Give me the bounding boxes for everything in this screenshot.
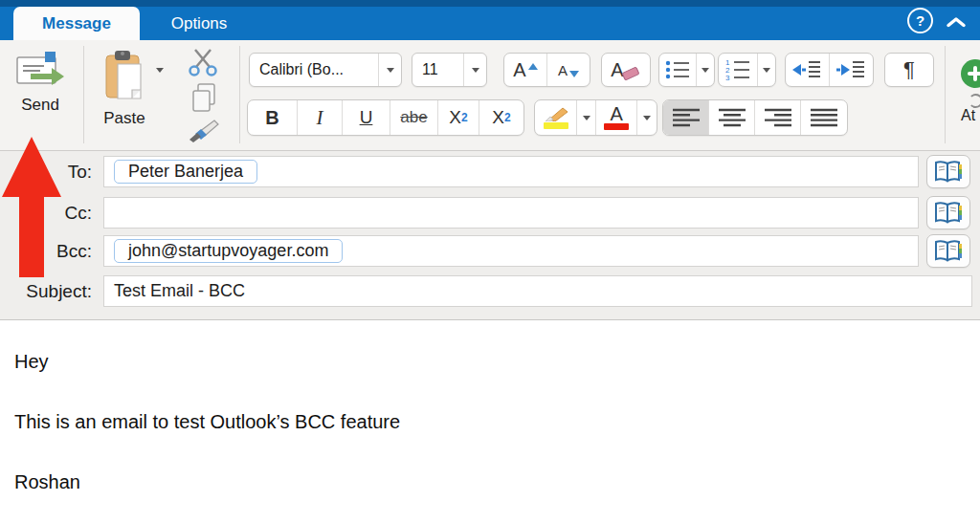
- align-center-icon: [719, 108, 746, 127]
- increase-indent-button[interactable]: [830, 54, 874, 86]
- cc-input[interactable]: [103, 197, 919, 229]
- font-name-select[interactable]: Calibri (Bo...: [249, 53, 402, 87]
- subject-input[interactable]: Test Email - BCC: [103, 275, 972, 307]
- bcc-input[interactable]: john@startupvoyager.com: [103, 235, 919, 267]
- message-body-editor[interactable]: Hey This is an email to test Outlook’s B…: [0, 321, 980, 523]
- numbering-dropdown[interactable]: [758, 54, 775, 86]
- ribbon-tab-bar: Message Options ?: [0, 0, 980, 40]
- send-button-label: Send: [10, 96, 71, 115]
- align-right-icon: [765, 108, 791, 127]
- align-right-button[interactable]: [755, 100, 801, 135]
- highlight-dropdown[interactable]: [577, 100, 596, 135]
- font-color-button[interactable]: A: [596, 100, 637, 135]
- superscript-button[interactable]: X2: [479, 100, 523, 135]
- paste-button-label: Paste: [96, 109, 153, 128]
- body-line: Hey: [14, 351, 49, 373]
- help-button[interactable]: ?: [907, 8, 933, 33]
- decrease-indent-icon: [792, 59, 821, 80]
- tab-options[interactable]: Options: [151, 7, 247, 40]
- dropdown-caret-icon: [763, 68, 770, 73]
- dropdown-caret-icon: [156, 68, 164, 89]
- ribbon: Send Paste: [0, 40, 980, 151]
- font-name-dropdown[interactable]: [378, 54, 401, 86]
- font-format-group: B I U abe X2 X2: [247, 99, 524, 136]
- bcc-recipient-chip[interactable]: john@startupvoyager.com: [114, 239, 343, 263]
- chevron-up-icon: [946, 16, 967, 28]
- italic-label: I: [317, 106, 323, 130]
- send-button[interactable]: Send: [10, 50, 71, 115]
- bold-button[interactable]: B: [248, 100, 298, 135]
- body-line: Roshan: [14, 471, 80, 493]
- numbering-button[interactable]: 1 2 3: [719, 54, 758, 86]
- font-size-value: 11: [412, 61, 463, 78]
- ribbon-separator: [239, 46, 240, 143]
- attach-button-label: At: [961, 107, 975, 124]
- format-painter-button[interactable]: [186, 117, 220, 147]
- font-scale-group: A A: [503, 53, 590, 87]
- numbered-list-icon: 1 2 3: [725, 58, 750, 81]
- font-color-dropdown[interactable]: [637, 100, 657, 135]
- increase-indent-icon: [836, 59, 865, 80]
- dropdown-caret-icon: [643, 116, 651, 120]
- copy-button[interactable]: [189, 82, 218, 117]
- address-book-icon: [934, 240, 963, 263]
- paste-dropdown-button[interactable]: [156, 73, 164, 90]
- italic-button[interactable]: I: [298, 100, 343, 135]
- collapse-ribbon-button[interactable]: [946, 14, 967, 32]
- paragraph-marks-button[interactable]: ¶: [884, 53, 934, 87]
- highlighter-pen-icon: [544, 106, 568, 121]
- subject-value: Test Email - BCC: [114, 281, 245, 300]
- address-fields-panel: To: Peter Banerjea Cc:: [0, 151, 980, 320]
- superscript-label: X: [492, 107, 504, 128]
- subscript-number: 2: [461, 111, 468, 124]
- dropdown-caret-icon: [472, 68, 479, 73]
- svg-text:3: 3: [725, 74, 730, 81]
- red-arrow-annotation: [0, 134, 67, 279]
- justify-button[interactable]: [801, 100, 847, 135]
- cut-button[interactable]: [186, 48, 220, 80]
- address-book-icon: [934, 161, 963, 184]
- attach-plus-icon[interactable]: [961, 59, 980, 88]
- address-book-icon: [934, 202, 963, 225]
- bullets-group: [658, 53, 715, 87]
- tab-message[interactable]: Message: [13, 7, 140, 40]
- decrease-indent-button[interactable]: [786, 54, 830, 86]
- to-recipient-chip[interactable]: Peter Banerjea: [114, 160, 257, 184]
- grow-font-button[interactable]: A: [504, 54, 547, 86]
- bcc-address-book-button[interactable]: [926, 234, 970, 268]
- indent-group: [785, 53, 874, 87]
- outlook-compose-window: Message Options ? Send: [0, 0, 980, 523]
- clear-formatting-button[interactable]: A: [601, 53, 651, 87]
- scissors-icon: [186, 48, 220, 76]
- tab-message-label: Message: [42, 14, 111, 33]
- align-left-button[interactable]: [663, 100, 709, 135]
- clipboard-paste-icon: [100, 50, 148, 103]
- justify-icon: [811, 108, 837, 127]
- highlight-button[interactable]: [535, 100, 577, 135]
- bold-label: B: [265, 107, 278, 129]
- color-group: A: [534, 99, 657, 136]
- font-size-dropdown[interactable]: [463, 54, 486, 86]
- underline-button[interactable]: U: [343, 100, 390, 135]
- body-line: This is an email to test Outlook’s BCC f…: [14, 411, 400, 433]
- triangle-up-icon: [528, 63, 538, 70]
- font-name-value: Calibri (Bo...: [250, 61, 378, 78]
- bullets-dropdown[interactable]: [697, 54, 714, 86]
- bulleted-list-icon: [665, 59, 690, 80]
- grow-font-label: A: [513, 59, 525, 81]
- cc-address-book-button[interactable]: [926, 196, 970, 229]
- titlebar-strip: [0, 0, 980, 7]
- bullets-button[interactable]: [659, 54, 697, 86]
- superscript-number: 2: [504, 111, 511, 124]
- font-size-select[interactable]: 11: [412, 53, 487, 87]
- shrink-font-button[interactable]: A: [547, 54, 590, 86]
- to-address-book-button[interactable]: [926, 155, 970, 188]
- ribbon-separator: [945, 46, 946, 143]
- strikethrough-button[interactable]: abe: [390, 100, 438, 135]
- font-color-bar: [604, 123, 629, 130]
- subscript-button[interactable]: X2: [438, 100, 479, 135]
- align-center-button[interactable]: [709, 100, 755, 135]
- paste-button[interactable]: Paste: [96, 50, 153, 128]
- help-icon: ?: [916, 12, 924, 29]
- to-input[interactable]: Peter Banerjea: [103, 156, 919, 187]
